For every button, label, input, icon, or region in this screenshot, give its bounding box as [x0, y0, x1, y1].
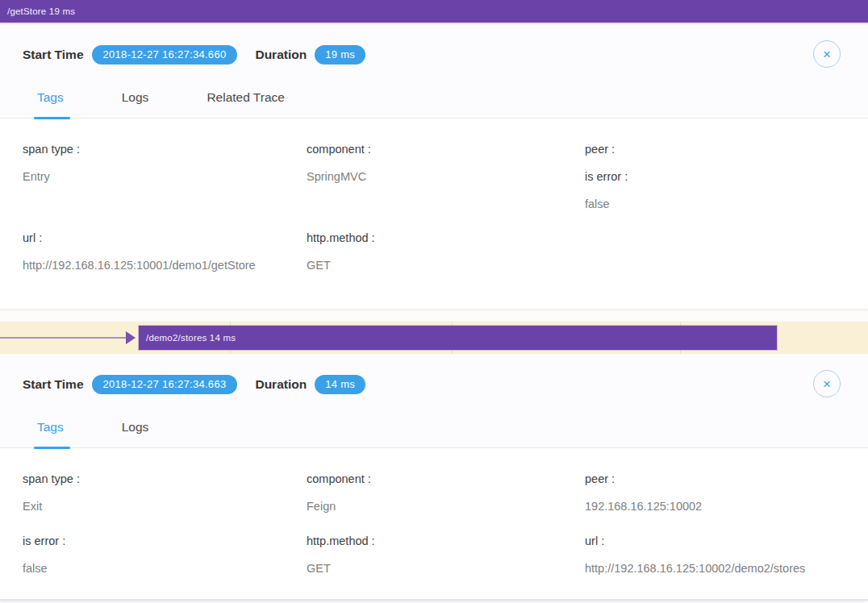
tag-label: http.method :	[307, 230, 585, 246]
tag-column: component :SpringMVChttp.method :GET	[307, 141, 585, 285]
tab-logs[interactable]: Logs	[122, 420, 149, 447]
tag-value: http://192.168.16.125:10001/demo1/getSto…	[23, 257, 307, 273]
tag-label: is error :	[23, 533, 307, 549]
tag-label: component :	[307, 141, 585, 157]
start-time-badge: 2018-12-27 16:27:34.663	[92, 375, 238, 394]
start-time-label: Start Time	[23, 377, 84, 392]
span-bar-label: /demo2/stores 14 ms	[146, 333, 236, 343]
spacer	[585, 526, 860, 533]
trace-span-bar[interactable]: /getStore 19 ms	[0, 0, 868, 23]
tag-value: Entry	[23, 168, 307, 185]
tag-value: SpringMVC	[307, 168, 585, 185]
tag-column: span type :Entryurl :http://192.168.16.1…	[23, 141, 307, 285]
close-button[interactable]: ×	[813, 40, 841, 68]
tab-tags[interactable]: Tags	[37, 420, 64, 447]
tag-value: false	[23, 560, 307, 576]
tag-label: http.method :	[307, 533, 585, 549]
tag-value: GET	[307, 560, 585, 576]
tab-bar: TagsLogsRelated Trace	[0, 76, 868, 119]
duration-label: Duration	[255, 48, 307, 62]
tab-related-trace[interactable]: Related Trace	[207, 90, 285, 118]
duration-badge: 14 ms	[315, 375, 365, 394]
span-link-line	[0, 337, 127, 339]
tag-column: span type :Exitis error :false	[23, 471, 307, 588]
tag-label: component :	[307, 471, 585, 487]
tab-logs[interactable]: Logs	[122, 90, 149, 118]
tag-label: span type :	[23, 141, 307, 157]
spacer	[307, 196, 585, 230]
tag-column: component :Feignhttp.method :GET	[307, 471, 585, 588]
span-detail-panel-stores: /demo2/stores 14 ms Start Time 2018-12-2…	[0, 322, 868, 601]
close-button[interactable]: ×	[813, 370, 841, 397]
tag-label: is error :	[585, 168, 860, 185]
span-link-arrow-icon	[126, 331, 136, 344]
spacer	[307, 526, 585, 533]
span-bar-label: /getStore 19 ms	[7, 6, 75, 16]
duration-badge: 19 ms	[315, 45, 365, 64]
close-icon: ×	[823, 47, 831, 62]
span-detail-header: Start Time 2018-12-27 16:27:34.660 Durat…	[0, 24, 868, 76]
start-time-badge: 2018-12-27 16:27:34.660	[92, 45, 238, 64]
tag-label: url :	[585, 533, 860, 549]
tag-value: 192.168.16.125:10002	[585, 498, 860, 514]
tag-value: GET	[307, 257, 585, 273]
tag-label: span type :	[23, 471, 307, 487]
span-detail-header: Start Time 2018-12-27 16:27:34.663 Durat…	[0, 354, 868, 405]
span-detail-panel-getstore: /getStore 19 ms Start Time 2018-12-27 16…	[0, 0, 868, 309]
tag-label: peer :	[585, 471, 860, 487]
tag-value: Feign	[307, 498, 585, 514]
tag-value: Exit	[23, 498, 307, 514]
close-icon: ×	[823, 376, 831, 392]
tab-bar: TagsLogs	[0, 405, 868, 448]
spacer	[23, 196, 307, 230]
tag-column: peer :is error :false	[585, 141, 860, 285]
start-time-label: Start Time	[23, 48, 84, 62]
tag-value: http://192.168.16.125:10002/demo2/stores	[585, 560, 860, 576]
tags-content: span type :Exitis error :falsecomponent …	[0, 448, 868, 601]
spacer	[23, 526, 307, 533]
trace-timeline-row: /demo2/stores 14 ms	[0, 322, 868, 354]
tab-tags[interactable]: Tags	[37, 90, 64, 118]
trace-span-bar[interactable]: /demo2/stores 14 ms	[139, 326, 777, 350]
tag-label: peer :	[585, 141, 860, 157]
tag-label: url :	[23, 230, 307, 246]
tag-value: false	[585, 196, 860, 212]
tags-content: span type :Entryurl :http://192.168.16.1…	[0, 119, 868, 309]
tag-column: peer :192.168.16.125:10002url :http://19…	[585, 471, 860, 588]
trace-timeline-row: /getStore 19 ms	[0, 0, 868, 24]
duration-label: Duration	[255, 377, 307, 392]
